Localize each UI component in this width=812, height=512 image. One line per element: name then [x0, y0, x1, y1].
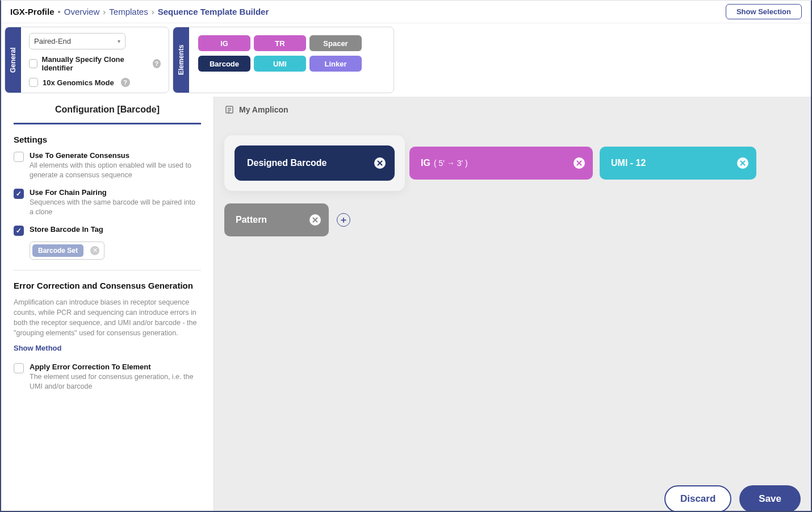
- element-umi[interactable]: UMI: [254, 56, 306, 72]
- help-icon[interactable]: ?: [121, 78, 130, 87]
- general-panel: General Paired-End▾ Manually Specify Clo…: [5, 27, 169, 93]
- breadcrumb-current: Sequence Template Builder: [158, 7, 269, 16]
- show-selection-button[interactable]: Show Selection: [726, 4, 802, 19]
- save-button[interactable]: Save: [739, 485, 801, 512]
- help-icon[interactable]: ?: [153, 59, 161, 68]
- general-tab[interactable]: General: [5, 27, 21, 93]
- store-barcode-checkbox[interactable]: [14, 226, 24, 236]
- block-ig[interactable]: IG( 5' → 3' ): [409, 147, 593, 180]
- list-icon: [224, 105, 235, 115]
- use-consensus-desc: All elements with this option enabled wi…: [30, 161, 201, 180]
- apply-error-correction-label: Apply Error Correction To Element: [30, 363, 201, 371]
- close-icon[interactable]: ✕: [90, 246, 99, 255]
- block-pattern[interactable]: Pattern: [224, 203, 329, 236]
- chain-pairing-desc: Sequences with the same barcode will be …: [30, 198, 201, 217]
- element-barcode[interactable]: Barcode: [198, 56, 250, 72]
- use-consensus-label: Use To Generate Consensus: [30, 151, 201, 160]
- clone-identifier-label: Manually Specify Clone Identifier: [42, 55, 146, 72]
- close-icon[interactable]: [574, 157, 585, 169]
- show-method-link[interactable]: Show Method: [14, 344, 62, 352]
- amplicon-title: My Amplicon: [239, 105, 288, 114]
- close-icon[interactable]: [309, 214, 321, 226]
- store-barcode-label: Store Barcode In Tag: [30, 225, 103, 234]
- breadcrumb: IGX-Profile • Overview › Templates › Seq…: [10, 7, 269, 16]
- chain-pairing-checkbox[interactable]: [14, 189, 24, 199]
- paired-end-select[interactable]: Paired-End▾: [29, 33, 125, 49]
- canvas: My Amplicon Designed Barcode IG( 5' → 3'…: [214, 97, 811, 512]
- discard-button[interactable]: Discard: [664, 485, 731, 512]
- breadcrumb-templates[interactable]: Templates: [109, 7, 148, 16]
- selected-block-slot: Designed Barcode: [224, 135, 405, 191]
- 10x-mode-label: 10x Genomics Mode: [43, 78, 114, 87]
- element-tr[interactable]: TR: [254, 35, 306, 51]
- chain-pairing-label: Use For Chain Pairing: [30, 188, 201, 197]
- error-correction-heading: Error Correction and Consensus Generatio…: [14, 281, 201, 290]
- barcode-set-tag: Barcode Set: [32, 244, 83, 257]
- close-icon[interactable]: [737, 157, 748, 169]
- config-title: Configuration [Barcode]: [14, 105, 201, 124]
- settings-heading: Settings: [14, 135, 201, 144]
- breadcrumb-overview[interactable]: Overview: [64, 7, 100, 16]
- element-linker[interactable]: Linker: [309, 56, 362, 72]
- clone-identifier-checkbox[interactable]: [29, 59, 37, 68]
- block-umi[interactable]: UMI - 12: [600, 147, 756, 180]
- breadcrumb-root: IGX-Profile: [10, 7, 55, 16]
- apply-error-correction-checkbox[interactable]: [14, 363, 24, 373]
- error-correction-desc: Amplification can introduce biases in re…: [14, 297, 201, 339]
- close-icon[interactable]: [374, 157, 386, 169]
- add-element-button[interactable]: ＋: [337, 213, 350, 227]
- element-spacer[interactable]: Spacer: [309, 35, 362, 51]
- config-panel: Configuration [Barcode] Settings Use To …: [1, 97, 214, 512]
- topbar: IGX-Profile • Overview › Templates › Seq…: [1, 1, 811, 23]
- barcode-set-tagbox[interactable]: Barcode Set ✕: [30, 242, 104, 260]
- block-designed-barcode[interactable]: Designed Barcode: [236, 147, 394, 180]
- element-ig[interactable]: IG: [198, 35, 250, 51]
- use-consensus-checkbox[interactable]: [14, 152, 24, 162]
- elements-tab[interactable]: Elements: [173, 27, 189, 93]
- chevron-down-icon: ▾: [118, 38, 120, 44]
- elements-panel: Elements IG TR Spacer Barcode UMI Linker…: [173, 27, 394, 93]
- 10x-mode-checkbox[interactable]: [29, 78, 38, 87]
- apply-error-correction-desc: The element used for consensus generatio…: [30, 372, 201, 392]
